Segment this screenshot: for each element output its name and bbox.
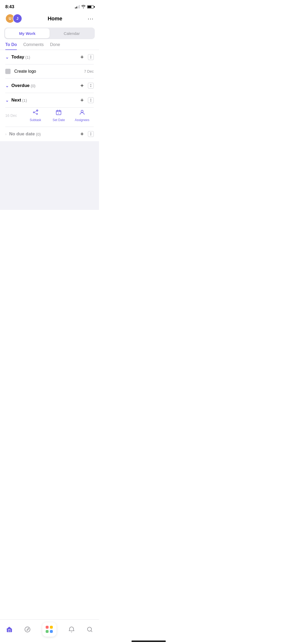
calendar-icon (55, 109, 62, 117)
avatar-j[interactable]: J (13, 14, 22, 23)
assignees-icon (79, 109, 85, 117)
add-task-nodate-button[interactable]: + (80, 131, 84, 137)
chevron-down-icon-today: ⌄ (5, 55, 9, 60)
svg-text:+: + (37, 110, 38, 112)
assignees-button[interactable]: Assignees (70, 108, 94, 123)
signal-icon (75, 5, 80, 8)
tab-calendar[interactable]: Calendar (50, 28, 94, 38)
section-nodate-actions: + ▲ ▼ (80, 131, 94, 137)
status-bar: 8:43 (0, 0, 99, 12)
more-button[interactable]: ··· (88, 16, 94, 22)
chevron-right-icon-nodate: › (5, 132, 7, 136)
svg-rect-5 (56, 111, 61, 115)
svg-point-7 (81, 110, 83, 112)
add-task-today-button[interactable]: + (80, 54, 84, 60)
chevron-down-icon-overdue: ⌄ (5, 83, 9, 88)
sub-tab-comments[interactable]: Comments (23, 42, 44, 50)
battery-icon (87, 5, 94, 8)
section-overdue: ⌄ Overdue (0) + ▲ ▼ (0, 79, 99, 93)
sub-tabs: To Do Comments Done (0, 42, 99, 50)
subtask-icon: + (32, 109, 39, 117)
status-time: 8:43 (5, 4, 14, 10)
status-icons (75, 5, 94, 9)
set-date-button[interactable]: Set Date (47, 108, 70, 123)
sort-next-button[interactable]: ▲ ▼ (88, 97, 94, 103)
content-area: ⌄ Today (1) + ▲ ▼ Create logo 7 Dec ⌄ Ov… (0, 50, 99, 236)
add-task-overdue-button[interactable]: + (80, 83, 84, 89)
wifi-icon (81, 5, 86, 9)
sub-tab-todo[interactable]: To Do (5, 42, 17, 50)
svg-point-2 (36, 113, 37, 114)
section-today: ⌄ Today (1) + ▲ ▼ (0, 50, 99, 64)
sort-overdue-button[interactable]: ▲ ▼ (88, 83, 94, 89)
header: U J Home ··· (0, 12, 99, 26)
section-next-actions: + ▲ ▼ (80, 97, 94, 103)
svg-point-0 (33, 112, 34, 113)
section-overdue-actions: + ▲ ▼ (80, 83, 94, 89)
sort-nodate-button[interactable]: ▲ ▼ (88, 131, 94, 137)
sort-today-button[interactable]: ▲ ▼ (88, 54, 94, 60)
section-next: ⌄ Next (1) + ▲ ▼ (0, 93, 99, 107)
chevron-down-icon-next: ⌄ (5, 98, 9, 103)
avatar-group[interactable]: U J (5, 14, 22, 23)
tab-switcher: My Work Calendar (4, 27, 95, 39)
subtask-button[interactable]: + Subtask (24, 108, 47, 123)
tab-my-work[interactable]: My Work (5, 28, 50, 38)
next-task-action-bar: 16 Dec + Subtask (0, 108, 99, 127)
add-task-next-button[interactable]: + (80, 97, 84, 103)
action-bar-items: + Subtask Set Date (24, 108, 94, 123)
empty-area (0, 141, 99, 210)
section-today-actions: + ▲ ▼ (80, 54, 94, 60)
task-item-create-logo[interactable]: Create logo 7 Dec (0, 65, 99, 78)
task-checkbox-create-logo[interactable] (5, 69, 11, 74)
sub-tab-done[interactable]: Done (50, 42, 60, 50)
svg-point-6 (58, 113, 59, 114)
section-no-due-date: › No due date (0) + ▲ ▼ (0, 127, 99, 141)
page-title: Home (22, 16, 88, 22)
